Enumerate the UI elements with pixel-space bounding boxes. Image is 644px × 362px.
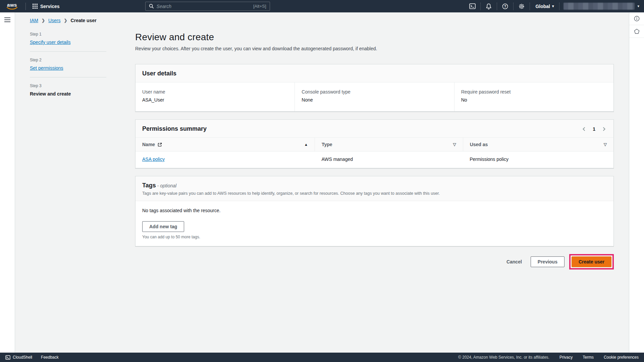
tags-limit-hint: You can add up to 50 more tags. xyxy=(142,235,607,239)
field-label: Require password reset xyxy=(461,89,607,95)
table-header-row: Name ▲ Type xyxy=(136,138,613,152)
terms-link[interactable]: Terms xyxy=(583,355,594,360)
tags-optional-suffix: - optional xyxy=(156,183,176,188)
previous-button[interactable]: Previous xyxy=(531,256,565,267)
previous-page-icon[interactable] xyxy=(581,126,587,132)
step-1-label: Step 1 xyxy=(30,32,106,37)
field-value: No xyxy=(461,97,607,103)
tags-card: Tags - optional Tags are key-value pairs… xyxy=(135,176,614,246)
region-label: Global xyxy=(535,4,550,9)
chevron-right-icon: ❯ xyxy=(64,18,67,23)
account-menu[interactable]: ▾ xyxy=(564,3,639,10)
column-header-name[interactable]: Name ▲ xyxy=(136,138,315,152)
topbar-dotted-divider xyxy=(480,3,481,10)
search-input[interactable] xyxy=(157,4,251,9)
tags-body: No tags associated with the resource. Ad… xyxy=(136,201,613,246)
user-details-header: User details xyxy=(136,64,613,82)
notifications-bell-icon[interactable] xyxy=(485,2,493,10)
field-console-password-type: Console password type None xyxy=(294,82,454,111)
topbar-dotted-divider xyxy=(530,3,530,10)
filter-icon[interactable]: ▽ xyxy=(453,142,456,147)
services-menu[interactable]: Services xyxy=(29,4,63,9)
step-3-label: Step 3 xyxy=(30,83,106,88)
filter-icon[interactable]: ▽ xyxy=(604,142,607,147)
breadcrumb: IAM ❯ Users ❯ Create user xyxy=(30,18,614,23)
external-link-icon xyxy=(158,142,162,147)
column-header-used-as[interactable]: Used as ▽ xyxy=(463,138,613,152)
feedback-link[interactable]: Feedback xyxy=(41,355,59,360)
cloudshell-terminal-icon xyxy=(5,355,10,360)
user-details-title: User details xyxy=(142,70,176,77)
step-3-current: Review and create xyxy=(30,91,71,97)
pentagon-icon xyxy=(634,28,640,34)
column-header-type[interactable]: Type ▽ xyxy=(315,138,463,152)
field-value: None xyxy=(302,97,447,103)
step-1: Step 1 Specify user details xyxy=(30,32,106,45)
privacy-link[interactable]: Privacy xyxy=(559,355,573,360)
console-shell: IAM ❯ Users ❯ Create user Step 1 Specify… xyxy=(0,12,644,353)
cloudshell-button[interactable]: CloudShell xyxy=(5,355,32,360)
info-panel-toggle[interactable] xyxy=(629,12,644,25)
chevron-right-icon: ❯ xyxy=(42,18,45,23)
main-column: Review and create Review your choices. A… xyxy=(135,32,614,269)
tags-header: Tags - optional Tags are key-value pairs… xyxy=(136,176,613,201)
hamburger-menu-icon[interactable] xyxy=(4,17,11,23)
cloudshell-label: CloudShell xyxy=(13,355,32,360)
content-area: IAM ❯ Users ❯ Create user Step 1 Specify… xyxy=(15,12,629,353)
chevron-down-icon: ▾ xyxy=(552,4,554,8)
aws-logo[interactable]: aws xyxy=(7,3,17,10)
cookie-preferences-link[interactable]: Cookie preferences xyxy=(604,355,639,360)
user-details-card: User details User name ASA_User Console … xyxy=(135,64,614,112)
permissions-summary-header: Permissions summary 1 xyxy=(136,120,613,138)
cancel-button[interactable]: Cancel xyxy=(502,256,526,267)
chevron-down-icon: ▾ xyxy=(637,4,639,8)
add-new-tag-button[interactable]: Add new tag xyxy=(142,221,184,232)
column-used-as-label: Used as xyxy=(470,142,488,147)
step-divider xyxy=(30,77,106,77)
field-value: ASA_User xyxy=(142,97,288,103)
topbar-left: aws Services [Alt+S] xyxy=(5,2,270,11)
cloudshell-terminal-icon[interactable] xyxy=(468,2,476,10)
svg-text:?: ? xyxy=(504,4,506,8)
region-selector[interactable]: Global ▾ xyxy=(534,4,555,9)
policy-name-link[interactable]: ASA policy xyxy=(142,157,165,162)
topbar-right: ? Global ▾ ▾ xyxy=(468,2,639,10)
services-grid-icon xyxy=(33,4,38,9)
left-nav-rail xyxy=(0,12,15,353)
permissions-summary-title: Permissions summary xyxy=(142,125,207,132)
table-pagination: 1 xyxy=(581,126,607,132)
column-type-label: Type xyxy=(322,142,332,147)
search-icon xyxy=(149,4,154,9)
policy-used-as-cell: Permissions policy xyxy=(463,152,613,168)
global-search[interactable]: [Alt+S] xyxy=(145,2,270,11)
help-icon[interactable]: ? xyxy=(501,2,509,10)
right-tools-rail xyxy=(629,12,644,353)
policy-type-cell: AWS managed xyxy=(315,152,463,168)
step-2: Step 2 Set permissions xyxy=(30,58,106,71)
aws-smile-icon xyxy=(7,7,17,10)
resources-panel-toggle[interactable] xyxy=(629,25,644,38)
user-details-fields: User name ASA_User Console password type… xyxy=(136,82,613,111)
breadcrumb-current: Create user xyxy=(71,18,97,23)
column-name-label: Name xyxy=(142,142,155,147)
next-page-icon[interactable] xyxy=(601,126,607,132)
field-label: Console password type xyxy=(302,89,447,95)
search-shortcut-hint: [Alt+S] xyxy=(253,4,266,9)
create-user-button[interactable]: Create user xyxy=(572,256,611,267)
breadcrumb-iam[interactable]: IAM xyxy=(30,18,38,23)
settings-gear-icon[interactable] xyxy=(518,2,526,10)
field-label: User name xyxy=(142,89,288,95)
step-1-link[interactable]: Specify user details xyxy=(30,40,70,45)
step-2-link[interactable]: Set permissions xyxy=(30,65,63,71)
aws-logo-text: aws xyxy=(7,3,17,7)
wizard-actions: Cancel Previous Create user xyxy=(135,254,614,269)
step-2-label: Step 2 xyxy=(30,58,106,62)
current-page-number[interactable]: 1 xyxy=(593,126,595,132)
footer-left: CloudShell Feedback xyxy=(5,355,59,360)
breadcrumb-users[interactable]: Users xyxy=(48,18,61,23)
topbar-dotted-divider xyxy=(497,3,497,10)
copyright-text: © 2024, Amazon Web Services, Inc. or its… xyxy=(458,355,549,360)
page-title: Review and create xyxy=(135,32,614,43)
sort-ascending-icon[interactable]: ▲ xyxy=(304,142,308,146)
topbar-dotted-divider xyxy=(559,3,559,10)
